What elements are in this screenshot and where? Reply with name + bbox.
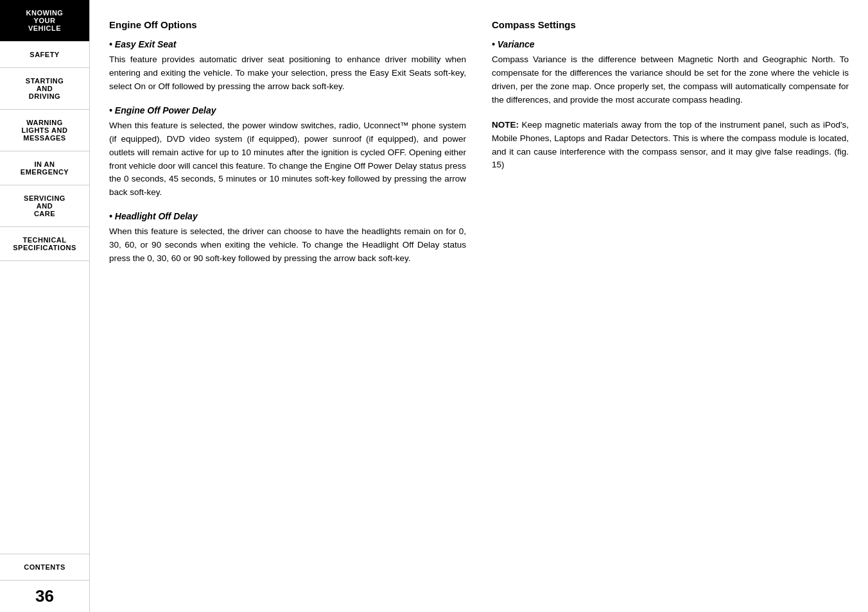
note-body-text: Keep magnetic materials away from the to…: [492, 120, 849, 170]
easy-exit-seat-heading: Easy Exit Seat: [109, 39, 466, 49]
right-column: Compass Settings Variance Compass Varian…: [492, 19, 849, 599]
main-content: Engine Off Options Easy Exit Seat This f…: [90, 0, 868, 612]
sidebar-item-starting-and-driving[interactable]: STARTING AND DRIVING: [0, 68, 89, 110]
sidebar-spacer: [0, 261, 89, 554]
sidebar-item-technical-specifications[interactable]: TECHNICAL SPECIFICATIONS: [0, 227, 89, 261]
sidebar-item-servicing-and-care[interactable]: SERVICING AND CARE: [0, 185, 89, 227]
right-section-title: Compass Settings: [492, 19, 849, 30]
sidebar-item-in-an-emergency[interactable]: IN AN EMERGENCY: [0, 151, 89, 185]
page-number: 36: [0, 580, 89, 612]
sidebar-item-contents[interactable]: CONTENTS: [0, 554, 89, 580]
sidebar-item-safety[interactable]: SAFETY: [0, 42, 89, 68]
left-section-title: Engine Off Options: [109, 19, 466, 30]
engine-off-power-delay-section: Engine Off Power Delay When this feature…: [109, 105, 466, 200]
sidebar: KNOWING YOUR VEHICLE SAFETY STARTING AND…: [0, 0, 90, 612]
compass-note: NOTE: Keep magnetic materials away from …: [492, 119, 849, 173]
easy-exit-seat-body: This feature provides automatic driver s…: [109, 53, 466, 94]
headlight-off-delay-section: Headlight Off Delay When this feature is…: [109, 211, 466, 266]
headlight-off-delay-heading: Headlight Off Delay: [109, 211, 466, 221]
headlight-off-delay-body: When this feature is selected, the drive…: [109, 225, 466, 266]
variance-heading: Variance: [492, 39, 849, 49]
sidebar-item-knowing-your-vehicle[interactable]: KNOWING YOUR VEHICLE: [0, 0, 89, 42]
engine-off-power-delay-heading: Engine Off Power Delay: [109, 105, 466, 115]
engine-off-power-delay-body: When this feature is selected, the power…: [109, 119, 466, 200]
left-column: Engine Off Options Easy Exit Seat This f…: [109, 19, 466, 599]
note-label: NOTE:: [492, 120, 519, 130]
easy-exit-seat-section: Easy Exit Seat This feature provides aut…: [109, 39, 466, 94]
sidebar-item-warning-lights-messages[interactable]: WARNING LIGHTS AND MESSAGES: [0, 110, 89, 151]
variance-body: Compass Variance is the difference betwe…: [492, 53, 849, 107]
variance-section: Variance Compass Variance is the differe…: [492, 39, 849, 107]
